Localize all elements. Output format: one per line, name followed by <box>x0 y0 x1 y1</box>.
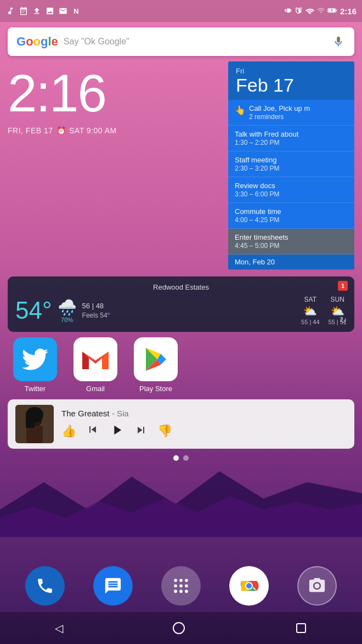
weather-alert-badge: 1 <box>338 281 348 291</box>
page-dots <box>0 455 362 461</box>
prev-button[interactable] <box>86 423 99 439</box>
artist-name: Sia <box>117 409 129 418</box>
cal-event-2-time: 1:30 – 2:20 PM <box>235 139 348 146</box>
signal-icon <box>317 7 325 16</box>
cal-event-1[interactable]: 👆 Call Joe, Pick up m 2 reminders <box>228 100 354 126</box>
weather-hi-lo: 56 | 48 <box>82 302 110 310</box>
nav-home-button[interactable] <box>172 622 185 635</box>
weather-feels: Feels 54° <box>82 312 110 319</box>
svg-rect-24 <box>297 624 306 632</box>
weather-current-icon: 🌧️ 70% <box>58 298 77 323</box>
calendar-icon <box>19 6 29 16</box>
svg-rect-7 <box>26 426 43 443</box>
nav-recents-button[interactable] <box>295 622 307 634</box>
svg-rect-9 <box>26 416 35 428</box>
svg-point-22 <box>246 583 252 589</box>
nav-back-button[interactable]: ◁ <box>55 622 63 635</box>
svg-point-12 <box>185 579 188 582</box>
twitter-label: Twitter <box>25 385 46 393</box>
clock-section: 2:16 FRI, FEB 17 ⏰ SAT 9:00 AM <box>8 61 223 270</box>
svg-point-13 <box>174 584 177 587</box>
music-controls: 👍 👎 <box>61 422 347 440</box>
weather-details: 56 | 48 Feels 54° <box>82 302 110 319</box>
app-item-playstore[interactable]: Play Store <box>128 337 183 393</box>
status-time: 2:16 <box>340 7 357 16</box>
vibrate-icon <box>285 7 292 16</box>
google-logo: Google <box>16 35 58 49</box>
next-button[interactable] <box>134 423 148 439</box>
image-icon <box>45 6 55 16</box>
weather-widget[interactable]: 1 Redwood Estates 54° 🌧️ 70% 56 | 48 Fee… <box>8 276 354 332</box>
cal-event-6-title: Enter timesheets <box>235 233 348 241</box>
cal-event-5-time: 4:00 – 4:25 PM <box>235 216 348 224</box>
cal-event-3-title: Staff meeting <box>235 156 348 164</box>
cal-event-2-title: Talk with Fred about <box>235 130 348 138</box>
status-right-icons: 2:16 <box>285 7 357 16</box>
upload-icon <box>32 6 42 16</box>
mail-icon <box>58 6 68 16</box>
svg-point-16 <box>174 590 177 593</box>
app-item-gmail[interactable]: Gmail <box>68 337 123 393</box>
cal-date: Feb 17 <box>236 75 347 95</box>
svg-point-23 <box>173 623 184 634</box>
cal-event-2[interactable]: Talk with Fred about 1:30 – 2:20 PM <box>228 126 354 151</box>
calendar-header: Fri Feb 17 <box>228 61 354 100</box>
battery-icon <box>327 7 337 16</box>
page-dot-2[interactable] <box>183 455 189 461</box>
cal-event-4[interactable]: Review docs 3:30 – 6:00 PM <box>228 177 354 203</box>
cal-event-4-time: 3:30 – 6:00 PM <box>235 190 348 198</box>
dock-chrome-button[interactable] <box>229 566 269 606</box>
dock-camera-button[interactable] <box>297 566 337 606</box>
gmail-label: Gmail <box>86 385 105 393</box>
search-bar[interactable]: Google Say "Ok Google" <box>8 27 354 56</box>
cal-event-6-time: 4:45 – 5:00 PM <box>235 242 348 250</box>
search-placeholder[interactable]: Say "Ok Google" <box>64 37 331 47</box>
cal-event-3[interactable]: Staff meeting 2:30 – 3:20 PM <box>228 151 354 177</box>
music-player[interactable]: The Greatest - Sia 👍 👎 <box>8 399 354 449</box>
dock-phone-button[interactable] <box>25 566 65 606</box>
thumbdown-button[interactable]: 👎 <box>157 424 172 438</box>
wifi-icon <box>306 7 314 15</box>
status-left-icons: N <box>5 6 81 16</box>
refresh-icon[interactable]: ↻ <box>340 315 347 325</box>
play-button[interactable] <box>109 422 125 440</box>
weather-temp: 54° <box>15 298 52 323</box>
cal-next-date-text: Mon, Feb 20 <box>235 258 348 266</box>
alarm-icon <box>295 7 303 16</box>
app-item-twitter[interactable]: Twitter <box>8 337 63 393</box>
cal-next-date: Mon, Feb 20 <box>228 255 354 270</box>
clock-date-text: FRI, FEB 17 <box>8 126 53 135</box>
app-icons-row: Twitter Gmail <box>0 337 362 393</box>
mic-icon[interactable] <box>331 35 346 49</box>
weather-location: Redwood Estates <box>15 283 347 291</box>
clock-alarm-icon: ⏰ <box>56 126 66 135</box>
album-art <box>15 405 54 443</box>
page-dot-1[interactable] <box>173 455 179 461</box>
weather-main: 54° 🌧️ 70% 56 | 48 Feels 54° SAT ⛅ 55 | … <box>15 296 347 325</box>
album-art-image <box>15 405 54 443</box>
gmail-icon-box <box>73 337 117 381</box>
dock-messages-button[interactable] <box>93 566 133 606</box>
n-notification-icon: N <box>71 6 81 16</box>
svg-point-15 <box>185 584 188 587</box>
clock-date: FRI, FEB 17 ⏰ SAT 9:00 AM <box>8 126 223 135</box>
thumbup-button[interactable]: 👍 <box>61 424 76 438</box>
cal-event-1-time: 2 reminders <box>249 113 310 121</box>
song-info: The Greatest - Sia <box>61 409 347 418</box>
dock <box>0 561 362 611</box>
cal-event-5[interactable]: Commute time 4:00 – 4:25 PM <box>228 203 354 229</box>
calendar-widget[interactable]: Fri Feb 17 👆 Call Joe, Pick up m 2 remin… <box>228 61 354 270</box>
sat-icon: ⛅ <box>303 304 317 318</box>
reminder-icon: 👆 <box>235 105 246 115</box>
cal-event-1-title: Call Joe, Pick up m <box>249 104 310 112</box>
weather-rain-percent: 70% <box>61 317 73 323</box>
cal-event-6[interactable]: Enter timesheets 4:45 – 5:00 PM <box>228 229 354 255</box>
svg-point-17 <box>179 590 183 593</box>
cal-day-name: Fri <box>236 67 347 75</box>
status-bar: N 2:16 <box>0 0 362 22</box>
svg-point-11 <box>179 579 183 582</box>
clock-alarm-time: SAT 9:00 AM <box>69 126 117 135</box>
dock-apps-button[interactable] <box>161 566 201 606</box>
twitter-icon-box <box>13 337 57 381</box>
clock-time: 2:16 <box>8 67 223 120</box>
